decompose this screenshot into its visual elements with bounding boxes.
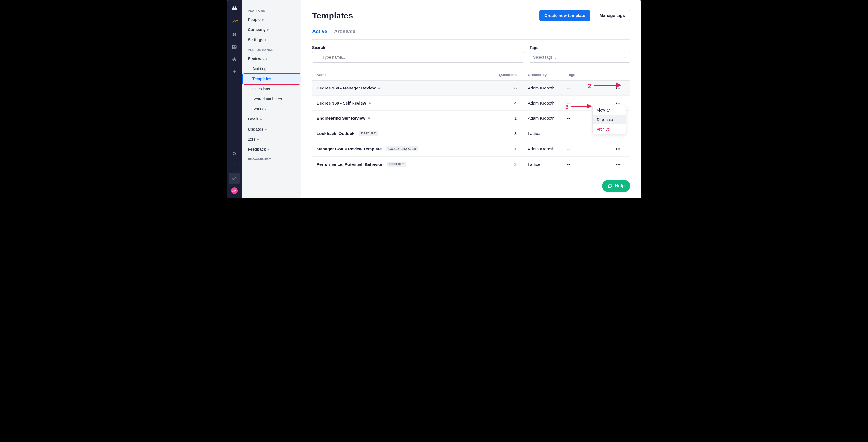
col-tags-header: Tags xyxy=(567,73,615,77)
row-context-menu: View Duplicate Archive xyxy=(592,105,626,134)
page-title: Templates xyxy=(312,11,353,21)
main-content: Templates Create new template Manage tag… xyxy=(301,0,642,198)
sidebar-item-company[interactable]: Company▶ xyxy=(242,25,301,35)
tags-placeholder: Select tags... xyxy=(533,55,556,60)
svg-point-1 xyxy=(235,34,236,35)
template-createdby: Adam Kroboth xyxy=(517,147,567,151)
more-actions-button[interactable]: ••• xyxy=(615,85,622,91)
col-questions-header: Questions xyxy=(486,73,517,77)
analytics-icon[interactable] xyxy=(229,41,240,53)
template-questions: 1 xyxy=(486,147,517,151)
caret-right-icon: ▶ xyxy=(265,128,267,131)
template-createdby: Lattice xyxy=(517,162,567,167)
templates-table: Name Questions Created by Tags Degree 36… xyxy=(312,69,630,172)
external-link-icon xyxy=(607,109,610,112)
table-row[interactable]: Performance, Potential, BehaviorDEFAULT3… xyxy=(312,157,630,172)
table-row[interactable]: Engineering Self Review1Adam Kroboth--••… xyxy=(312,111,630,126)
template-name: Performance, Potential, Behavior xyxy=(317,162,383,167)
template-createdby: Adam Kroboth xyxy=(517,116,567,121)
table-row[interactable]: Degree 360 - Manager Review6Adam Kroboth… xyxy=(312,81,630,96)
manage-tags-button[interactable]: Manage tags xyxy=(594,10,630,21)
template-badge: DEFAULT xyxy=(359,131,378,136)
template-questions: 3 xyxy=(486,131,517,136)
sidebar-item-reviews[interactable]: Reviews▲ xyxy=(242,54,301,64)
menu-archive[interactable]: Archive xyxy=(593,124,626,134)
col-createdby-header: Created by xyxy=(517,73,567,77)
template-createdby: Lattice xyxy=(517,131,567,136)
template-badge: GOALS ENABLED xyxy=(386,146,418,151)
search-input[interactable] xyxy=(312,52,524,63)
lock-icon xyxy=(378,87,381,90)
caret-up-icon: ▲ xyxy=(265,58,268,60)
admin-key-icon[interactable] xyxy=(229,173,240,184)
annotation-highlight-1: Templates xyxy=(242,73,301,85)
template-tags: -- xyxy=(567,86,615,90)
more-actions-button[interactable]: ••• xyxy=(615,146,622,152)
sidebar-subitem-questions[interactable]: Questions xyxy=(242,84,301,94)
lock-icon xyxy=(368,117,370,120)
col-name-header: Name xyxy=(317,73,486,77)
chat-icon xyxy=(608,183,613,188)
app-logo-icon xyxy=(231,4,238,11)
more-actions-button[interactable]: ••• xyxy=(615,161,622,168)
template-badge: DEFAULT xyxy=(387,162,406,167)
caret-right-icon: ▶ xyxy=(262,19,264,21)
template-tags: -- xyxy=(567,147,615,151)
sidebar-section-platform: PLATFORM xyxy=(242,6,301,14)
svg-point-7 xyxy=(233,178,235,180)
sidebar-subitem-settings[interactable]: Settings xyxy=(242,104,301,114)
svg-point-6 xyxy=(233,152,236,155)
tab-archived[interactable]: Archived xyxy=(334,29,355,39)
table-row[interactable]: Degree 360 - Self Review4Adam Kroboth--•… xyxy=(312,96,630,111)
notification-dot-icon xyxy=(236,20,238,21)
tab-active[interactable]: Active xyxy=(312,29,327,39)
home-icon[interactable] xyxy=(229,17,240,28)
caret-right-icon: ▶ xyxy=(268,148,269,151)
help-rail-icon[interactable] xyxy=(229,160,240,172)
sidebar-item-feedback[interactable]: Feedback▶ xyxy=(242,144,301,154)
table-header: Name Questions Created by Tags xyxy=(312,69,630,81)
table-row[interactable]: Manager Goals Review TemplateGOALS ENABL… xyxy=(312,141,630,157)
left-rail: AK xyxy=(226,0,242,198)
sidebar: PLATFORM People▶ Company▶ Settings▶ PERF… xyxy=(242,0,301,198)
svg-point-5 xyxy=(234,59,235,60)
create-template-button[interactable]: Create new template xyxy=(539,10,590,21)
caret-right-icon: ▶ xyxy=(268,29,269,31)
template-tags: -- xyxy=(567,162,615,167)
caret-right-icon: ▶ xyxy=(260,118,262,121)
sidebar-item-people[interactable]: People▶ xyxy=(242,14,301,25)
template-name: Lookback, Outlook xyxy=(317,131,354,136)
filters: Search Tags Select tags... ⇅ xyxy=(312,45,630,63)
search-rail-icon[interactable] xyxy=(229,148,240,159)
menu-duplicate[interactable]: Duplicate xyxy=(593,115,626,124)
menu-view[interactable]: View xyxy=(593,105,626,115)
lock-icon xyxy=(368,102,371,104)
sidebar-subitem-scored-attributes[interactable]: Scored attributes xyxy=(242,94,301,104)
target-icon[interactable] xyxy=(229,54,240,65)
grow-icon[interactable] xyxy=(229,66,240,77)
sidebar-item-settings[interactable]: Settings▶ xyxy=(242,35,301,45)
template-questions: 3 xyxy=(486,162,517,167)
sidebar-subitem-auditing[interactable]: Auditing xyxy=(242,64,301,74)
template-questions: 6 xyxy=(486,86,517,90)
sidebar-item-goals[interactable]: Goals▶ xyxy=(242,114,301,124)
sidebar-item-updates[interactable]: Updates▶ xyxy=(242,124,301,134)
table-row[interactable]: Lookback, OutlookDEFAULT3Lattice--••• xyxy=(312,126,630,141)
page-header: Templates Create new template Manage tag… xyxy=(312,10,630,21)
people-icon[interactable] xyxy=(229,29,240,40)
search-label: Search xyxy=(312,45,524,50)
tags-label: Tags xyxy=(530,45,630,50)
caret-right-icon: ▶ xyxy=(257,138,259,140)
tags-select[interactable]: Select tags... ⇅ xyxy=(530,52,630,63)
sidebar-subitem-templates[interactable]: Templates xyxy=(242,74,301,84)
template-name: Manager Goals Review Template xyxy=(317,147,381,151)
svg-point-0 xyxy=(233,34,235,35)
template-name: Degree 360 - Self Review xyxy=(317,101,366,105)
select-arrows-icon: ⇅ xyxy=(624,55,627,60)
sidebar-item-1on1s[interactable]: 1:1s▶ xyxy=(242,134,301,144)
template-createdby: Adam Kroboth xyxy=(517,86,567,90)
help-button[interactable]: Help xyxy=(602,180,630,192)
user-avatar[interactable]: AK xyxy=(231,187,238,194)
template-createdby: Adam Kroboth xyxy=(517,101,567,105)
app-window: AK PLATFORM People▶ Company▶ Settings▶ P… xyxy=(226,0,642,198)
